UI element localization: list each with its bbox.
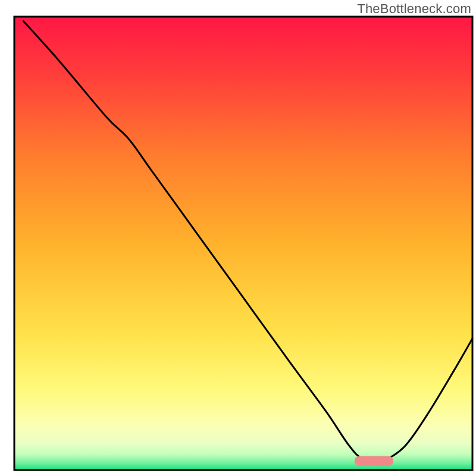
plot-background: [14, 17, 472, 470]
chart-stage: TheBottleneck.com: [0, 0, 476, 476]
bottleneck-chart: [0, 0, 476, 476]
optimal-marker: [355, 456, 393, 466]
watermark-text: TheBottleneck.com: [357, 1, 471, 17]
